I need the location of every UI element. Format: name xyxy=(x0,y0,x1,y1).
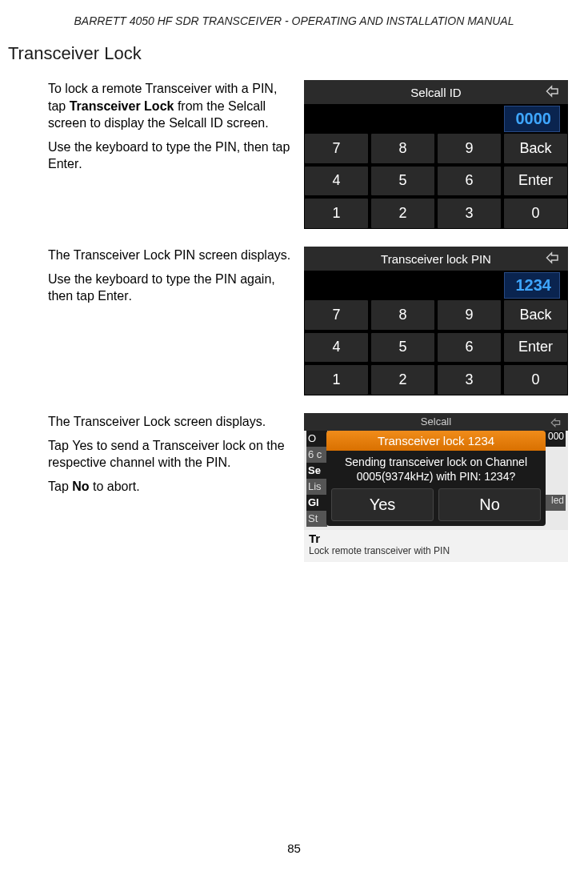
dialog-buttons: Yes No xyxy=(326,488,546,526)
pin-value: 0000 xyxy=(504,106,560,132)
key-1[interactable]: 1 xyxy=(305,199,368,228)
back-arrow-icon[interactable] xyxy=(546,251,560,265)
instruction-text-2: The Transceiver Lock PIN screen displays… xyxy=(48,247,296,395)
document-header: BARRETT 4050 HF SDR TRANSCEIVER - OPERAT… xyxy=(0,0,588,34)
key-back[interactable]: Back xyxy=(504,134,567,163)
bg-text: 6 c xyxy=(306,447,327,463)
content-area: To lock a remote Transceiver with a PIN,… xyxy=(0,80,588,562)
bg-text: Gl xyxy=(306,495,327,511)
text: Use the keyboard to type the PIN, then t… xyxy=(48,140,290,154)
bg-header: Selcall xyxy=(304,413,568,431)
ui-term-yes: Yes xyxy=(72,439,93,452)
key-7[interactable]: 7 xyxy=(305,300,368,330)
screenshot-confirm: Selcall O 6 c Se Lis Gl St 000 led xyxy=(304,413,568,562)
key-2[interactable]: 2 xyxy=(371,365,434,395)
ui-term-enter: Enter xyxy=(48,157,78,171)
bg-text: Lis xyxy=(306,479,327,495)
dialog-body: Sending transceiver lock on Channel 0005… xyxy=(326,451,546,488)
ui-term-transceiver-lock: Transceiver Lock xyxy=(70,99,174,113)
yes-button[interactable]: Yes xyxy=(331,488,434,521)
key-8[interactable]: 8 xyxy=(371,134,434,163)
confirm-screen: Selcall O 6 c Se Lis Gl St 000 led xyxy=(304,413,568,562)
instruction-block-2: The Transceiver Lock PIN screen displays… xyxy=(48,247,564,395)
pin-value: 1234 xyxy=(504,272,560,299)
text: . xyxy=(78,157,82,171)
text: Tap xyxy=(48,439,72,452)
key-6[interactable]: 6 xyxy=(438,333,501,363)
keypad-grid: 7 8 9 Back 4 5 6 Enter 1 2 3 0 xyxy=(304,133,568,229)
keypad-screen-2: Transceiver lock PIN 1234 7 8 9 Back 4 5… xyxy=(304,247,568,395)
key-0[interactable]: 0 xyxy=(504,365,567,395)
bg-title: Selcall xyxy=(421,415,451,427)
key-3[interactable]: 3 xyxy=(438,199,501,228)
ui-term-enter: Enter xyxy=(98,289,128,303)
ui-term-no: No xyxy=(72,480,89,493)
keypad-grid: 7 8 9 Back 4 5 6 Enter 1 2 3 0 xyxy=(304,299,568,395)
bottom-hint: Tr Lock remote transceiver with PIN xyxy=(304,530,568,562)
text: Tap xyxy=(48,480,72,493)
text: The Transceiver Lock PIN screen displays… xyxy=(48,247,296,264)
key-2[interactable]: 2 xyxy=(371,199,434,228)
bg-left-strip: O 6 c Se Lis Gl St xyxy=(306,431,327,527)
key-0[interactable]: 0 xyxy=(504,199,567,228)
page-number: 85 xyxy=(0,841,588,855)
instruction-text-3: The Transceiver Lock screen displays. Ta… xyxy=(48,413,296,562)
screen-header: Selcall ID xyxy=(304,80,568,104)
instruction-block-1: To lock a remote Transceiver with a PIN,… xyxy=(48,80,564,229)
section-title: Transceiver Lock xyxy=(0,34,588,80)
instruction-text-1: To lock a remote Transceiver with a PIN,… xyxy=(48,80,296,229)
bg-text: O xyxy=(306,431,327,447)
key-4[interactable]: 4 xyxy=(305,333,368,363)
key-9[interactable]: 9 xyxy=(438,300,501,330)
bottom-desc: Lock remote transceiver with PIN xyxy=(309,545,450,556)
keypad-screen-1: Selcall ID 0000 7 8 9 Back 4 5 6 Enter xyxy=(304,80,568,229)
key-enter[interactable]: Enter xyxy=(504,167,567,196)
key-5[interactable]: 5 xyxy=(371,333,434,363)
screenshot-selcall-id: Selcall ID 0000 7 8 9 Back 4 5 6 Enter xyxy=(304,80,568,229)
key-4[interactable]: 4 xyxy=(305,167,368,196)
pin-display: 0000 xyxy=(304,104,568,133)
text: to abort. xyxy=(90,480,140,493)
instruction-block-3: The Transceiver Lock screen displays. Ta… xyxy=(48,413,564,562)
screenshot-lock-pin: Transceiver lock PIN 1234 7 8 9 Back 4 5… xyxy=(304,247,568,395)
key-9[interactable]: 9 xyxy=(438,134,501,163)
key-1[interactable]: 1 xyxy=(305,365,368,395)
key-3[interactable]: 3 xyxy=(438,365,501,395)
bg-text: Se xyxy=(306,463,327,479)
no-button[interactable]: No xyxy=(438,488,541,521)
screen-title: Selcall ID xyxy=(410,86,461,99)
dialog-title: Transceiver lock 1234 xyxy=(326,431,546,451)
back-arrow-icon[interactable] xyxy=(546,84,560,98)
key-5[interactable]: 5 xyxy=(371,167,434,196)
screen-title: Transceiver lock PIN xyxy=(381,252,491,266)
text: The Transceiver Lock screen displays. xyxy=(48,413,296,431)
screen-header: Transceiver lock PIN xyxy=(304,247,568,271)
text: Use the keyboard to type the PIN again, … xyxy=(48,272,275,303)
key-back[interactable]: Back xyxy=(504,300,567,330)
key-7[interactable]: 7 xyxy=(305,134,368,163)
confirm-dialog: Transceiver lock 1234 Sending transceive… xyxy=(326,431,546,526)
key-enter[interactable]: Enter xyxy=(504,333,567,363)
bg-text: St xyxy=(306,511,327,527)
bottom-label: Tr xyxy=(309,532,320,545)
back-arrow-icon[interactable] xyxy=(550,416,562,427)
key-6[interactable]: 6 xyxy=(438,167,501,196)
pin-display: 1234 xyxy=(304,271,568,299)
key-8[interactable]: 8 xyxy=(371,300,434,330)
text: . xyxy=(129,289,132,303)
